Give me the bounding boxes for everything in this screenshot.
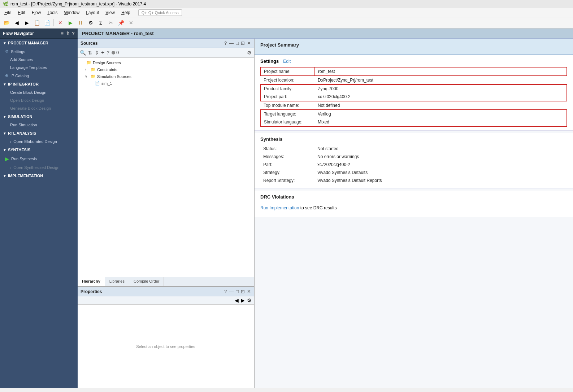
chevron-down-icon: ▼ <box>3 131 6 135</box>
nav-section-synthesis[interactable]: ▼ SYNTHESIS <box>0 145 78 154</box>
tab-libraries[interactable]: Libraries <box>105 277 129 286</box>
label-report-strategy: Report Strategy: <box>260 177 314 184</box>
chevron-down-icon: ▼ <box>3 115 6 119</box>
nav-item-open-synthesized-design[interactable]: › Open Synthesized Design <box>0 164 78 171</box>
nav-item-create-block-design[interactable]: Create Block Design <box>0 88 78 96</box>
minimize-icon[interactable]: — <box>229 40 234 46</box>
value-simulator-language: Mixed <box>315 118 567 126</box>
label-strategy: Strategy: <box>260 169 314 177</box>
nav-item-generate-block-design[interactable]: Generate Block Design <box>0 104 78 112</box>
row-report-strategy: Report Strategy: Vivado Synthesis Defaul… <box>260 177 567 184</box>
close-icon[interactable]: ✕ <box>247 40 251 46</box>
toolbar-pin-btn[interactable]: 📌 <box>117 18 125 27</box>
folder-icon: 📁 <box>91 74 96 79</box>
maximize-icon[interactable]: ⊡ <box>241 40 245 46</box>
nav-section-ip-integrator[interactable]: ▼ IP INTEGRATOR <box>0 80 78 88</box>
nav-item-language-templates[interactable]: Language Templates <box>0 64 78 71</box>
row-part: Part: xc7z020clg400-2 <box>260 161 567 169</box>
toolbar-close-btn[interactable]: ✕ <box>56 18 65 27</box>
toolbar-back-btn[interactable]: ◀ <box>12 18 21 27</box>
tab-compile-order[interactable]: Compile Order <box>129 277 164 286</box>
app-icon: 🌿 <box>3 1 8 6</box>
row-status: Status: Not started <box>260 145 567 153</box>
menu-layout[interactable]: Layout <box>83 9 102 16</box>
nav-icon-arrow[interactable]: ⇑ <box>66 31 70 36</box>
chevron-right-icon: › <box>10 166 11 170</box>
settings-icon[interactable]: ⚙ <box>247 50 252 56</box>
restore-icon[interactable]: □ <box>236 40 239 46</box>
toolbar-run-btn[interactable]: ▶ <box>66 18 75 27</box>
tab-hierarchy[interactable]: Hierarchy <box>78 277 105 286</box>
nav-section-rtl-analysis[interactable]: ▼ RTL ANALYSIS <box>0 129 78 138</box>
toolbar-open-btn[interactable]: 📂 <box>2 18 11 27</box>
forward-icon[interactable]: ▶ <box>241 297 245 303</box>
toolbar-sigma-btn[interactable]: Σ <box>96 18 105 27</box>
properties-panel-icons: ? — □ ⊡ ✕ <box>224 289 251 294</box>
nav-item-open-elaborated-design[interactable]: › Open Elaborated Design <box>0 138 78 145</box>
toolbar-forward-btn[interactable]: ▶ <box>22 18 31 27</box>
toolbar-x-btn[interactable]: ✕ <box>127 18 135 27</box>
project-summary-pane: Project Summary Settings Edit Project na… <box>255 39 573 388</box>
nav-item-settings[interactable]: ⚙ Settings <box>0 47 78 56</box>
sources-toolbar: 🔍 ⇅ ⇕ + ? 0 ⚙ <box>78 48 254 58</box>
menu-window[interactable]: Window <box>61 9 82 16</box>
properties-toolbar: ◀ ▶ ⚙ <box>78 296 254 305</box>
tree-item-constraints[interactable]: › 📁 Constraints <box>78 66 254 73</box>
nav-item-add-sources[interactable]: Add Sources <box>0 56 78 64</box>
label-simulator-language: Simulator language: <box>261 118 315 126</box>
sources-panel-icons: ? — □ ⊡ ✕ <box>224 40 251 46</box>
content-header: PROJECT MANAGER - rom_test <box>78 29 573 39</box>
menu-tools[interactable]: Tools <box>44 9 60 16</box>
nav-section-simulation[interactable]: ▼ SIMULATION <box>0 112 78 121</box>
restore-icon[interactable]: □ <box>236 289 239 294</box>
folder-icon: 📁 <box>91 67 96 72</box>
add-icon[interactable]: + <box>101 49 104 56</box>
drc-section-title: DRC Violations <box>260 194 567 200</box>
menu-edit[interactable]: Edit <box>15 9 28 16</box>
nav-item-open-block-design[interactable]: Open Block Design <box>0 96 78 104</box>
nav-item-run-synthesis[interactable]: ▶ Run Synthesis <box>0 154 78 164</box>
toolbar-settings-btn[interactable]: ⚙ <box>86 18 95 27</box>
edit-link[interactable]: Edit <box>283 59 291 64</box>
search-icon: Q+ <box>142 10 147 15</box>
minimize-icon[interactable]: — <box>229 289 234 294</box>
maximize-icon[interactable]: ⊡ <box>241 289 245 294</box>
tree-item-sim1[interactable]: 📄 sim_1 <box>78 80 254 87</box>
collapse-all-icon[interactable]: ⇅ <box>88 50 92 56</box>
menu-file[interactable]: File <box>1 9 14 16</box>
menu-flow[interactable]: Flow <box>29 9 44 16</box>
back-icon[interactable]: ◀ <box>235 297 239 303</box>
sources-tree: 📁 Design Sources › 📁 Constraints ∨ � <box>78 58 254 277</box>
menu-help[interactable]: Help <box>118 9 133 16</box>
label-project-location: Project location: <box>261 76 315 84</box>
drc-section: DRC Violations Run Implementation to see… <box>255 191 573 217</box>
nav-item-run-simulation[interactable]: Run Simulation <box>0 121 78 129</box>
search-icon[interactable]: 🔍 <box>80 50 86 56</box>
content-header-title: PROJECT MANAGER - rom_test <box>82 31 154 36</box>
close-icon[interactable]: ✕ <box>247 289 251 294</box>
project-summary-header: Project Summary <box>255 39 573 55</box>
menu-view[interactable]: View <box>103 9 118 16</box>
tree-item-design-sources[interactable]: 📁 Design Sources <box>78 59 254 66</box>
run-implementation-link[interactable]: Run Implementation <box>260 205 299 210</box>
nav-icon-lines[interactable]: ≡ <box>61 31 64 36</box>
help-icon[interactable]: ? <box>224 289 227 294</box>
toolbar-paste-btn[interactable]: 📄 <box>43 18 51 27</box>
question-icon[interactable]: ? <box>107 50 109 56</box>
drc-message: Run Implementation to see DRC results <box>260 202 567 213</box>
toolbar-pause-btn[interactable]: ⏸ <box>76 18 85 27</box>
nav-section-project-manager[interactable]: ▼ PROJECT MANAGER <box>0 39 78 47</box>
quick-access-input[interactable]: Q+ Q+ Quick Access <box>138 9 182 16</box>
help-icon[interactable]: ? <box>224 40 227 46</box>
settings-icon[interactable]: ⚙ <box>247 297 252 303</box>
tree-item-simulation-sources[interactable]: ∨ 📁 Simulation Sources <box>78 73 254 80</box>
chevron-down-icon: ▼ <box>3 41 6 45</box>
nav-section-implementation[interactable]: ▼ IMPLEMENTATION <box>0 171 78 180</box>
titlebar: 🌿 rom_test - [D:/Project/Zynq_Prj/rom_te… <box>0 0 573 8</box>
expand-all-icon[interactable]: ⇕ <box>95 50 99 56</box>
nav-icon-question[interactable]: ? <box>72 31 75 36</box>
nav-item-ip-catalog[interactable]: ⊕ IP Catalog <box>0 71 78 80</box>
nav-section-label: IMPLEMENTATION <box>8 174 43 178</box>
toolbar-copy-btn[interactable]: 📋 <box>32 18 41 27</box>
toolbar-cut-btn[interactable]: ✂ <box>107 18 115 27</box>
